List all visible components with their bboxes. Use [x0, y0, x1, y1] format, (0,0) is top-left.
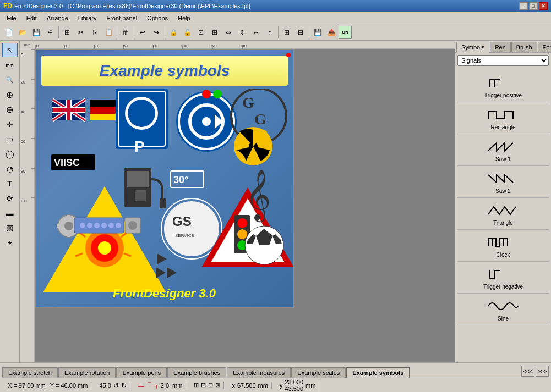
svg-text:140: 140 — [240, 44, 247, 48]
align-button[interactable]: ⊞ — [208, 26, 221, 39]
symbol-saw2[interactable]: Saw 2 — [457, 166, 549, 198]
position-section: X = 97.00 mm Y = 46.00 mm — [4, 382, 91, 389]
tab-scroll-left-button[interactable]: <<< — [521, 366, 534, 377]
undo-button[interactable]: ↩ — [136, 26, 149, 39]
svg-text:100: 100 — [20, 199, 27, 203]
rectangle-label: Rectangle — [490, 124, 515, 130]
svg-marker-91 — [157, 253, 167, 264]
symbol-clock[interactable]: Clock — [457, 230, 549, 262]
title-bar-left: FD FrontDesigner 3.0 - [C:\Program Files… — [3, 2, 250, 10]
copy-button[interactable]: ⎘ — [88, 26, 101, 39]
menu-front-panel[interactable]: Front panel — [102, 14, 141, 23]
maximize-button[interactable]: □ — [529, 2, 538, 10]
symbol-trigger-positive[interactable]: Trigger positive — [457, 70, 549, 102]
tab-scroll-right-button[interactable]: >>> — [536, 366, 549, 377]
select-tool[interactable]: ↖ — [2, 43, 18, 57]
tab-example-symbols[interactable]: Example symbols — [346, 367, 410, 378]
tab-brush[interactable]: Brush — [511, 42, 537, 52]
svg-text:𝄞: 𝄞 — [245, 170, 271, 223]
rotate-tool[interactable]: ⟳ — [2, 191, 18, 206]
title-bar: FD FrontDesigner 3.0 - [C:\Program Files… — [0, 0, 551, 12]
title-bar-controls: _ □ ✕ — [519, 2, 548, 10]
paste-button[interactable]: 📋 — [102, 26, 115, 39]
rotate-left-icon[interactable]: ↺ — [113, 382, 119, 389]
canvas-area[interactable]: mm 0 20 40 60 80 100 120 140 — [20, 41, 455, 362]
rotate-right-icon[interactable]: ↻ — [121, 382, 127, 389]
minimize-button[interactable]: _ — [519, 2, 528, 10]
menu-options[interactable]: Options — [143, 14, 172, 23]
export-button[interactable]: 💾 — [311, 26, 324, 39]
snap-icon3[interactable]: ⊟ — [208, 382, 213, 389]
export2-button[interactable]: 📤 — [325, 26, 338, 39]
symbol-trigger-negative[interactable]: Trigger negative — [457, 262, 549, 294]
toolbar: 📄 📂 💾 🖨 ⊞ ✂ ⎘ 📋 🗑 ↩ ↪ 🔒 🔓 ⊡ ⊞ ⇔ ⇕ ↔ ↕ ⊞ … — [0, 24, 551, 41]
grid-button[interactable]: ⊞ — [280, 26, 293, 39]
group-button[interactable]: ⊡ — [194, 26, 208, 39]
rect-tool[interactable]: ▭ — [2, 132, 18, 146]
snap-icon2[interactable]: ⊡ — [201, 382, 206, 389]
menu-library[interactable]: Library — [74, 14, 101, 23]
snap-icon4[interactable]: ⊠ — [215, 382, 220, 389]
symbol-saw1[interactable]: Saw 1 — [457, 134, 549, 166]
zoom-tool[interactable]: 🔍 — [2, 73, 18, 87]
unlock-button[interactable]: 🔓 — [181, 26, 194, 39]
canvas-title-box: Example symbols — [41, 56, 288, 86]
snap-grid-button[interactable]: ⊟ — [294, 26, 307, 39]
text-tool[interactable]: T — [2, 176, 18, 191]
category-select[interactable]: Signals Arrows Electronic Mechanical Sha… — [457, 55, 549, 66]
mirror-v-button[interactable]: ↕ — [263, 26, 276, 39]
tab-font[interactable]: Font — [538, 42, 551, 52]
mirror-h-button[interactable]: ↔ — [249, 26, 263, 39]
symbol-triangle[interactable]: Triangle — [457, 198, 549, 230]
design-canvas[interactable]: Example symbols — [35, 49, 294, 308]
lock-button[interactable]: 🔒 — [167, 26, 180, 39]
snap-icon1[interactable]: ⊞ — [194, 382, 199, 389]
tab-example-stretch[interactable]: Example stretch — [2, 367, 58, 378]
sep1 — [58, 26, 59, 38]
symbol-sine[interactable]: Sine — [457, 294, 549, 325]
menu-file[interactable]: File — [2, 14, 21, 23]
symbol-tool[interactable]: ✦ — [2, 236, 18, 250]
circle-tool[interactable]: ◯ — [2, 147, 18, 161]
arc-tool[interactable]: ◔ — [2, 162, 18, 176]
right-panel: Symbols Pen Brush Font View Signals Arro… — [455, 41, 551, 362]
redo-button[interactable]: ↪ — [150, 26, 163, 39]
new-button[interactable]: 📄 — [2, 26, 15, 39]
tab-example-brushes[interactable]: Example brushes — [167, 367, 226, 378]
symbol-rectangle[interactable]: Rectangle — [457, 102, 549, 134]
open-button[interactable]: 📂 — [16, 26, 29, 39]
tab-example-measures[interactable]: Example measures — [227, 367, 291, 378]
mm-indicator: mm — [2, 58, 18, 72]
svg-point-84 — [237, 229, 247, 239]
sep2 — [117, 26, 117, 38]
print-button[interactable]: 🖨 — [43, 26, 57, 39]
snap-button[interactable]: ⊞ — [61, 26, 74, 39]
zoom-in-tool[interactable]: ⊕ — [2, 87, 18, 102]
tab-example-rotation[interactable]: Example rotation — [58, 367, 116, 378]
zoom-out-tool[interactable]: ⊖ — [2, 102, 18, 117]
tab-example-pens[interactable]: Example pens — [116, 367, 167, 378]
delete-button[interactable]: 🗑 — [119, 26, 132, 39]
tab-pen[interactable]: Pen — [490, 42, 511, 52]
tab-symbols[interactable]: Symbols — [456, 42, 489, 53]
save-button[interactable]: 💾 — [30, 26, 43, 39]
menu-edit[interactable]: Edit — [22, 14, 41, 23]
menu-help[interactable]: Help — [173, 14, 195, 23]
image-tool[interactable]: 🖼 — [2, 221, 18, 235]
crosshair-tool[interactable]: ✛ — [2, 117, 18, 131]
dist-v-button[interactable]: ⇕ — [236, 26, 249, 39]
tab-example-scales[interactable]: Example scales — [291, 367, 346, 378]
close-button[interactable]: ✕ — [539, 2, 548, 10]
sep3 — [134, 26, 134, 38]
cut-button[interactable]: ✂ — [74, 26, 88, 39]
dist-h-button[interactable]: ⇔ — [222, 26, 235, 39]
main-area: ↖ mm 🔍 ⊕ ⊖ ✛ ▭ ◯ ◔ T ⟳ ▬ 🖼 ✦ mm 0 20 — [0, 41, 551, 362]
saw1-icon — [487, 137, 520, 155]
menu-arrange[interactable]: Arrange — [42, 14, 73, 23]
sine-svg — [487, 298, 520, 313]
line-tool[interactable]: ▬ — [2, 206, 18, 220]
status-bar: X = 97.00 mm Y = 46.00 mm 45.0 ↺ ↻ ― ⌒ ╮… — [0, 378, 551, 392]
coord-y2: 43.500 — [285, 385, 303, 392]
on-button[interactable]: ON — [339, 26, 352, 39]
trigger-positive-label: Trigger positive — [484, 92, 522, 98]
